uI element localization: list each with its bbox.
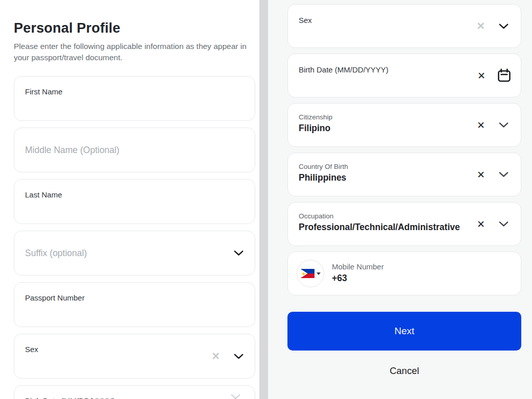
philippines-flag-icon (301, 269, 315, 278)
scrollbar[interactable] (259, 0, 268, 399)
clear-icon[interactable]: ✕ (477, 170, 485, 180)
clear-icon[interactable]: ✕ (477, 120, 485, 130)
suffix-placeholder: Suffix (optional) (25, 248, 87, 259)
page-subtitle: Please enter the following applicable in… (14, 41, 256, 63)
mobile-number-label: Mobile Number (332, 262, 384, 271)
birth-date-label: Birth Date (MM/DD/YYYY) (299, 65, 389, 74)
personal-profile-panel: Personal Profile Please enter the follow… (0, 0, 259, 399)
first-name-field[interactable]: First Name (14, 76, 255, 121)
clear-icon[interactable]: ✕ (211, 351, 220, 361)
chevron-down-icon[interactable] (234, 354, 244, 359)
citizenship-label: Citizenship (299, 113, 332, 121)
birth-date-field[interactable]: Birth Date (MM/DD/YYYY) (14, 385, 255, 399)
passport-number-label: Passport Number (25, 293, 85, 302)
sex-field[interactable]: Sex ✕ (287, 4, 521, 48)
left-fields: First Name Middle Name (Optional) Last N… (14, 76, 259, 399)
clear-icon[interactable]: ✕ (477, 71, 486, 81)
occupation-value: Professional/Technical/Administrative (299, 222, 460, 233)
calendar-icon[interactable] (496, 68, 512, 84)
caret-down-icon (317, 272, 321, 275)
country-code-selector[interactable] (297, 260, 324, 287)
occupation-field[interactable]: Occupation Professional/Technical/Admini… (287, 202, 521, 246)
chevron-down-icon[interactable] (231, 394, 240, 399)
page-title: Personal Profile (14, 20, 259, 36)
mobile-number-field[interactable]: Mobile Number +63 (287, 252, 521, 295)
suffix-field[interactable]: Suffix (optional) (14, 231, 255, 276)
chevron-down-icon[interactable] (499, 122, 509, 128)
clear-icon[interactable]: ✕ (476, 21, 485, 31)
clear-icon[interactable]: ✕ (477, 219, 485, 229)
next-button[interactable]: Next (287, 312, 521, 351)
passport-number-field[interactable]: Passport Number (14, 282, 255, 327)
last-name-label: Last Name (25, 190, 62, 199)
first-name-label: First Name (25, 87, 62, 96)
chevron-down-icon[interactable] (499, 23, 509, 29)
sex-label: Sex (25, 345, 38, 354)
cancel-button[interactable]: Cancel (287, 365, 521, 377)
country-of-birth-value: Philippines (299, 172, 346, 183)
chevron-down-icon[interactable] (499, 172, 509, 178)
middle-name-field[interactable]: Middle Name (Optional) (14, 128, 255, 172)
birth-date-label: Birth Date (MM/DD/YYYY) (25, 396, 115, 399)
sex-field[interactable]: Sex ✕ (14, 334, 255, 379)
chevron-down-icon[interactable] (499, 221, 509, 227)
birth-date-field[interactable]: Birth Date (MM/DD/YYYY) ✕ (287, 54, 521, 97)
last-name-field[interactable]: Last Name (14, 179, 255, 224)
sex-label: Sex (299, 16, 312, 24)
dial-code-value: +63 (332, 273, 347, 284)
chevron-down-icon[interactable] (234, 251, 244, 256)
middle-name-placeholder: Middle Name (Optional) (25, 145, 119, 156)
profile-details-panel: Sex ✕ Birth Date (MM/DD/YYYY) ✕ Citizens… (268, 0, 532, 399)
country-of-birth-label: Country Of Birth (299, 163, 348, 170)
citizenship-value: Filipino (299, 123, 330, 134)
country-of-birth-field[interactable]: Country Of Birth Philippines ✕ (287, 153, 521, 196)
occupation-label: Occupation (299, 212, 333, 220)
citizenship-field[interactable]: Citizenship Filipino ✕ (287, 103, 521, 147)
